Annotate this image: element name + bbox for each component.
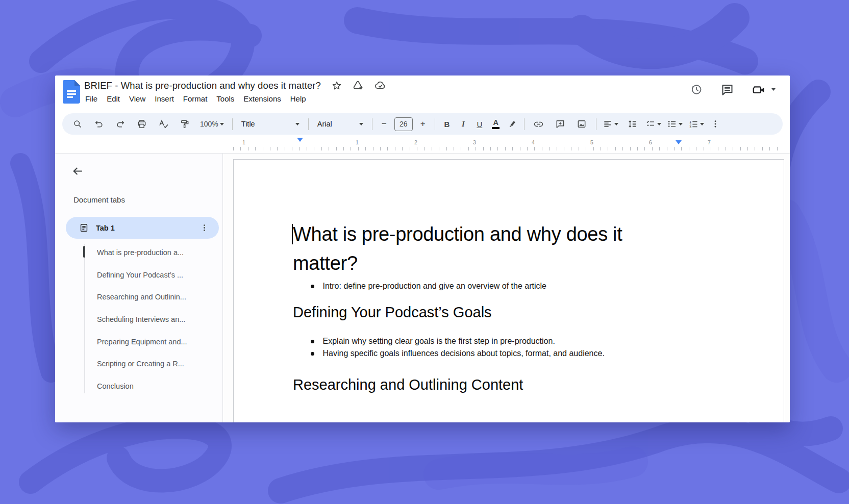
move-to-drive-icon[interactable]: [352, 80, 364, 92]
add-comment-button[interactable]: [550, 116, 570, 132]
paint-format-button[interactable]: [174, 116, 195, 132]
document-tabs-sidebar: Document tabs Tab 1 What is pre-producti…: [55, 154, 223, 422]
zoom-select[interactable]: 100%: [196, 116, 228, 132]
tab-label: Tab 1: [96, 224, 200, 232]
document-tabs-heading: Document tabs: [73, 195, 125, 204]
paragraph-style-select[interactable]: Title: [237, 116, 304, 132]
toolbar-separator: [232, 118, 233, 130]
search-menus-button[interactable]: [67, 116, 88, 132]
join-call-control: [752, 82, 776, 97]
outline-item-2[interactable]: Defining Your Podcast’s ...: [97, 264, 217, 286]
decrease-font-size-button[interactable]: −: [377, 116, 392, 132]
doc-bullet-goals-2[interactable]: Having specific goals influences decisio…: [293, 347, 722, 360]
formatting-toolbar: 100% Title Arial − 26 + B I U A: [62, 113, 783, 135]
horizontal-ruler[interactable]: 1 1 2 3 4 5 6 7: [223, 138, 790, 153]
document-outline: What is pre-production a... Defining You…: [97, 241, 217, 397]
redo-button[interactable]: [110, 116, 131, 132]
comment-history-icon[interactable]: [720, 83, 734, 96]
toolbar-separator: [372, 118, 372, 130]
toolbar-separator: [435, 118, 435, 130]
tab-document-icon: [79, 223, 89, 233]
outline-guide-line: [84, 244, 85, 393]
toolbar-separator: [524, 118, 525, 130]
right-indent-marker[interactable]: [676, 144, 682, 154]
highlight-color-button[interactable]: [505, 116, 520, 132]
menu-file[interactable]: File: [81, 93, 102, 105]
menu-help[interactable]: Help: [286, 93, 311, 105]
text-color-button[interactable]: A: [488, 116, 504, 132]
bullet-dot: [311, 352, 314, 356]
font-family-select[interactable]: Arial: [313, 116, 368, 132]
ruler-number-3: 3: [473, 139, 476, 145]
current-heading-indicator: [83, 246, 85, 258]
ruler-number-4: 4: [532, 139, 535, 145]
meet-dropdown-caret-icon[interactable]: [771, 88, 776, 91]
ruler-number-2: 2: [414, 139, 417, 145]
insert-image-button[interactable]: [571, 116, 592, 132]
bold-button[interactable]: B: [439, 116, 455, 132]
font-size-input[interactable]: 26: [394, 117, 413, 131]
outline-item-5[interactable]: Preparing Equipment and...: [97, 331, 217, 353]
svg-text:3: 3: [690, 125, 692, 129]
google-docs-logo-icon[interactable]: [63, 80, 80, 104]
outline-item-6[interactable]: Scripting or Creating a R...: [97, 352, 217, 375]
italic-button[interactable]: I: [456, 116, 471, 132]
doc-heading-title[interactable]: What is pre-production and why does it m…: [293, 220, 691, 278]
star-icon[interactable]: [331, 80, 342, 91]
underline-button[interactable]: U: [472, 116, 487, 132]
spelling-check-button[interactable]: [153, 116, 173, 132]
version-history-icon[interactable]: [689, 83, 703, 96]
ruler-ticks: [233, 147, 784, 150]
ruler-number-7: 7: [708, 139, 711, 145]
line-spacing-button[interactable]: [622, 116, 642, 132]
bullet-dot: [311, 340, 314, 343]
menu-tools[interactable]: Tools: [212, 93, 239, 105]
menu-view[interactable]: View: [124, 93, 150, 105]
document-title-bar: BRIEF - What is pre-production and why d…: [84, 79, 387, 92]
bullet-dot: [311, 285, 314, 288]
toolbar-separator: [308, 118, 309, 130]
outline-item-1[interactable]: What is pre-production a...: [97, 241, 217, 264]
document-page[interactable]: What is pre-production and why does it m…: [233, 159, 784, 422]
increase-font-size-button[interactable]: +: [415, 116, 431, 132]
document-canvas: What is pre-production and why does it m…: [223, 154, 790, 422]
ruler-margin-number: 1: [242, 139, 245, 145]
insert-link-button[interactable]: [529, 116, 549, 132]
back-arrow-icon[interactable]: [71, 165, 84, 178]
doc-heading-research[interactable]: Researching and Outlining Content: [293, 376, 722, 393]
doc-bullet-intro[interactable]: Intro: define pre-production and give an…: [293, 280, 722, 292]
doc-heading-goals[interactable]: Defining Your Podcast’s Goals: [293, 304, 722, 321]
outline-item-3[interactable]: Researching and Outlinin...: [97, 286, 217, 308]
doc-bullet-goals-1[interactable]: Explain why setting clear goals is the f…: [293, 335, 722, 347]
toolbar-separator: [596, 118, 596, 130]
google-docs-window: BRIEF - What is pre-production and why d…: [55, 75, 790, 422]
menu-bar: File Edit View Insert Format Tools Exten…: [81, 93, 311, 105]
tab-options-icon[interactable]: [200, 223, 209, 232]
text-align-button[interactable]: [601, 116, 621, 132]
menu-edit[interactable]: Edit: [102, 93, 124, 105]
document-status-cloud-icon[interactable]: [374, 79, 387, 92]
numbered-list-button[interactable]: 123: [686, 116, 707, 132]
left-indent-marker[interactable]: [297, 142, 303, 151]
outline-item-7[interactable]: Conclusion: [97, 375, 217, 397]
toolbar-more-options-button[interactable]: [708, 116, 723, 132]
tab-1-item[interactable]: Tab 1: [66, 217, 219, 239]
meet-video-camera-icon[interactable]: [752, 82, 767, 97]
menu-insert[interactable]: Insert: [150, 93, 179, 105]
bulleted-list-button[interactable]: [665, 116, 685, 132]
undo-button[interactable]: [89, 116, 109, 132]
ruler-number-5: 5: [590, 139, 593, 145]
menu-format[interactable]: Format: [179, 93, 212, 105]
print-button[interactable]: [132, 116, 152, 132]
document-name[interactable]: BRIEF - What is pre-production and why d…: [84, 80, 321, 91]
menu-extensions[interactable]: Extensions: [239, 93, 285, 105]
ruler-number-1: 1: [356, 139, 359, 145]
checklist-button[interactable]: [643, 116, 664, 132]
header-actions: [689, 82, 776, 97]
ruler-number-6: 6: [649, 139, 652, 145]
outline-item-4[interactable]: Scheduling Interviews an...: [97, 308, 217, 331]
